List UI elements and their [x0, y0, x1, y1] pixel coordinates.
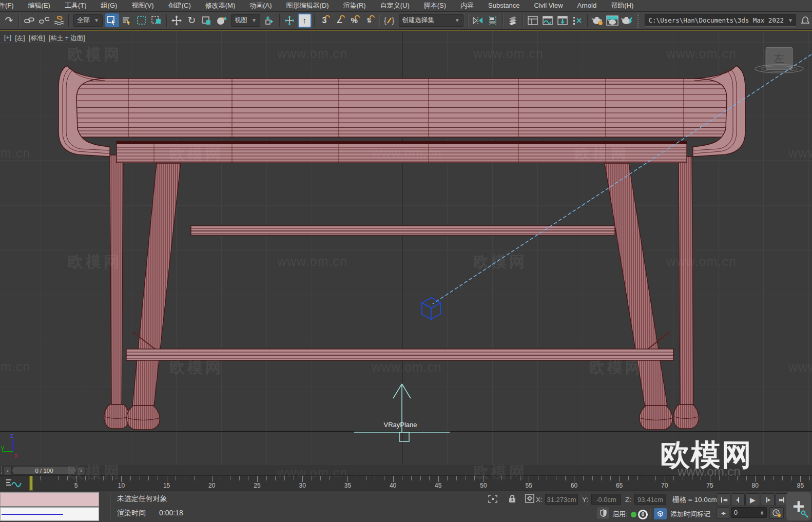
y-coord-field[interactable]: -0.0cm	[591, 494, 621, 505]
menu-item-4[interactable]: 视图(V)	[124, 0, 161, 11]
previous-frame-arrow[interactable]: ‹	[4, 466, 12, 475]
toggle-layer-explorer-button[interactable]	[526, 13, 540, 27]
vrayplane-gizmo[interactable]	[354, 384, 450, 441]
select-and-scale-button[interactable]	[200, 13, 214, 27]
rectangular-selection-region-button[interactable]	[135, 13, 149, 27]
bind-to-space-warp-icon[interactable]	[52, 13, 66, 27]
window-crossing-toggle[interactable]	[150, 13, 164, 27]
menu-item-15[interactable]: Arnold	[570, 0, 604, 11]
placement-tool-button[interactable]	[571, 13, 585, 27]
menu-item-8[interactable]: 图形编辑器(D)	[279, 0, 336, 11]
menu-item-16[interactable]: 帮助(H)	[604, 0, 641, 11]
time-configuration-button[interactable]	[769, 507, 784, 519]
select-object-button[interactable]	[105, 13, 119, 27]
ruler-tick	[637, 476, 638, 480]
ruler-tick-label: 60	[571, 482, 577, 489]
set-key-button[interactable]: +	[786, 492, 811, 520]
keyboard-shortcut-override-toggle[interactable]: ↑	[298, 13, 312, 28]
frame-spinner[interactable]: ▲▼	[760, 510, 764, 515]
select-by-name-button[interactable]	[120, 13, 134, 27]
light-target-cube[interactable]	[422, 298, 440, 319]
menu-item-10[interactable]: 自定义(U)	[373, 0, 417, 11]
use-pivot-center-button[interactable]	[263, 13, 277, 27]
x-coord-label: X:	[536, 496, 543, 504]
select-and-link-icon[interactable]	[22, 13, 36, 27]
selection-filter-dropdown[interactable]: 全部 ▼	[73, 14, 103, 27]
redo-icon[interactable]: ↷	[2, 13, 16, 27]
selection-lock-toggle[interactable]	[507, 494, 517, 503]
named-selection-sets-dropdown[interactable]: 创建选择集 ▼	[399, 14, 463, 27]
key-mode-toggle[interactable]: ◂▸	[717, 507, 729, 519]
go-to-start-button[interactable]: ◂◂	[717, 493, 730, 506]
axis-y-label: y	[1, 444, 4, 451]
security-count-badge[interactable]: 0	[638, 510, 648, 519]
menu-item-0[interactable]: 文件(F)	[0, 0, 21, 11]
viewport-left[interactable]: [+] [左] [标准] [粘土 + 边面]	[0, 30, 812, 466]
ruler-tick	[556, 476, 556, 480]
angle-snap-toggle[interactable]: ∠	[333, 13, 346, 27]
next-frame-button[interactable]: ▸	[761, 493, 775, 506]
scene-security-shield-button[interactable]	[597, 507, 609, 519]
macro-recorder-mini-listener[interactable]	[0, 492, 99, 507]
viewport-menu-shading[interactable]: [粘土 + 边面]	[49, 34, 85, 43]
select-and-rotate-button[interactable]: ↻	[185, 13, 199, 27]
menu-item-11[interactable]: 脚本(S)	[417, 0, 453, 11]
render-production-button[interactable]	[621, 13, 634, 27]
time-slider[interactable]: 0 / 100	[12, 466, 76, 475]
menu-item-2[interactable]: 工具(T)	[57, 0, 94, 11]
viewport-menu-pov[interactable]: [左]	[15, 34, 25, 43]
menu-item-1[interactable]: 编辑(E)	[21, 0, 57, 11]
menu-item-13[interactable]: Substance	[481, 0, 527, 11]
percent-snap-toggle[interactable]: %	[347, 13, 361, 27]
maxscript-mini-listener[interactable]	[0, 507, 99, 521]
align-button[interactable]	[486, 13, 500, 27]
toolbar-separator	[166, 14, 167, 27]
toolbar-grip[interactable]	[637, 13, 642, 28]
ruler-tick-label: 30	[299, 482, 306, 489]
render-setup-button[interactable]	[591, 13, 605, 27]
curve-editor-button[interactable]	[541, 13, 555, 27]
absolute-mode-transform-toggle[interactable]	[525, 494, 535, 503]
play-button[interactable]: ▶	[745, 493, 760, 506]
current-frame-field[interactable]: 0 ▲▼	[731, 507, 767, 518]
ruler-tick	[746, 476, 747, 480]
menu-item-3[interactable]: 组(G)	[94, 0, 125, 11]
notification-icon[interactable]	[798, 13, 812, 27]
schematic-view-button[interactable]	[556, 13, 570, 27]
edit-named-selection-sets-button[interactable]: {}	[382, 13, 396, 27]
mini-curve-editor-button[interactable]	[5, 478, 24, 488]
menu-item-5[interactable]: 创建(C)	[161, 0, 198, 11]
add-time-tag-cube-icon[interactable]	[654, 508, 667, 519]
menu-item-7[interactable]: 动画(A)	[242, 0, 279, 11]
table-wireframe-model[interactable]	[59, 66, 745, 430]
next-frame-arrow[interactable]: ›	[77, 466, 85, 475]
select-and-move-button[interactable]	[170, 13, 184, 27]
menu-item-12[interactable]: 内容	[453, 0, 481, 11]
menu-item-6[interactable]: 修改器(M)	[198, 0, 243, 11]
toggle-scene-explorer-button[interactable]	[506, 13, 520, 27]
rendered-frame-window-button[interactable]	[606, 13, 620, 27]
viewport-menu-renderer[interactable]: [标准]	[29, 34, 45, 43]
current-frame-marker[interactable]	[29, 476, 33, 491]
project-folder-field[interactable]: C:\Users\Han\Documents\3ds Max 2022 ▼	[645, 14, 796, 27]
ruler-tick	[538, 476, 538, 480]
unlink-icon[interactable]	[37, 13, 51, 27]
x-coord-field[interactable]: 31.273cm	[545, 494, 578, 505]
track-bar[interactable]: 0510152025303540455055606570758085	[0, 476, 812, 491]
add-time-tag-label[interactable]: 添加时间标记	[670, 510, 710, 519]
previous-frame-button[interactable]: ◂	[731, 493, 745, 506]
menu-item-9[interactable]: 渲染(R)	[336, 0, 373, 11]
viewport-menu-general[interactable]: [+]	[4, 34, 11, 43]
z-coord-field[interactable]: 93.41cm	[634, 494, 666, 505]
select-and-place-button[interactable]	[215, 13, 228, 27]
select-and-manipulate-button[interactable]	[283, 13, 297, 27]
reference-coordinate-dropdown[interactable]: 视图 ▼	[231, 14, 260, 27]
menu-item-14[interactable]: Civil View	[527, 0, 570, 11]
snaps-toggle-3d[interactable]: 3	[318, 13, 332, 27]
axis-x-label: x	[14, 452, 17, 459]
spinner-snap-toggle[interactable]: ⇅	[362, 13, 376, 27]
viewcube[interactable]: 左	[755, 47, 803, 73]
ruler-tick	[49, 476, 49, 480]
mirror-button[interactable]	[471, 13, 485, 27]
isolate-selection-toggle[interactable]	[488, 494, 498, 504]
